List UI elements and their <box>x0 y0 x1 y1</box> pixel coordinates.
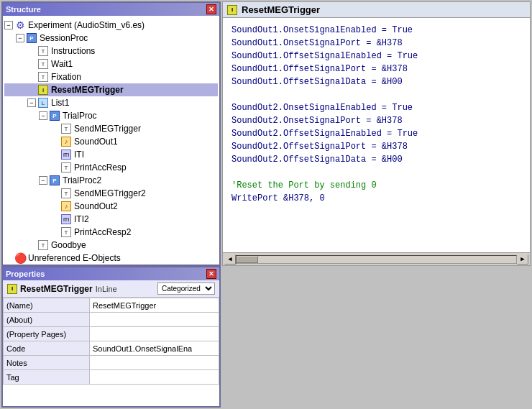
tree-item-sendmegtrigger[interactable]: TSendMEGTrigger <box>4 122 218 135</box>
property-value[interactable] <box>90 327 219 341</box>
property-row[interactable]: CodeSoundOut1.OnsetSignalEna <box>4 341 219 356</box>
code-line: 'Reset the Port by sending 0 <box>231 179 521 192</box>
tree-icon-text-obj: T <box>60 226 72 238</box>
code-line: WritePort &H378, 0 <box>231 192 521 205</box>
tree-icon-procedure: P <box>26 32 37 44</box>
tree-label-sessionproc: SessionProc <box>40 33 88 43</box>
property-key: (Name) <box>4 298 90 313</box>
tree-label-experiment: Experiment (AudioStim_v6.es) <box>28 20 145 30</box>
property-value[interactable] <box>90 313 219 327</box>
tree-label-list1: List1 <box>51 98 69 108</box>
tree-item-soundout2[interactable]: ♪SoundOut2 <box>4 200 218 213</box>
property-key: Notes <box>4 356 90 370</box>
code-line: SoundOut2.OffsetSignalData = &H00 <box>231 153 521 166</box>
property-value[interactable] <box>90 356 219 370</box>
tree-label-goodbye: Goodbye <box>51 240 86 250</box>
code-line <box>231 166 521 179</box>
property-key: Tag <box>4 370 90 385</box>
tree-item-printaccresp[interactable]: TPrintAccResp <box>4 161 218 174</box>
tree-expand-button[interactable]: − <box>16 34 24 42</box>
scroll-left-button[interactable]: ◀ <box>224 254 236 265</box>
tree-label-unreferenced: Unreferenced E-Objects <box>28 253 121 263</box>
tree-item-fixation[interactable]: TFixation <box>4 70 218 83</box>
code-inline-icon: I <box>227 5 237 15</box>
scroll-thumb[interactable] <box>237 256 258 263</box>
properties-dropdown[interactable]: Categorized Alphabetic <box>157 282 215 295</box>
tree-item-list1[interactable]: −LList1 <box>4 96 218 109</box>
tree-label-soundout1: SoundOut1 <box>74 137 118 147</box>
property-row[interactable]: (Name)ResetMEGTrigger <box>4 298 219 313</box>
tree-item-unreferenced[interactable]: 🔴Unreferenced E-Objects <box>4 252 218 265</box>
tree-label-trialproc: TrialProc <box>63 111 97 121</box>
tree-icon-text-obj: T <box>37 58 49 70</box>
tree-expand-button[interactable]: − <box>39 176 47 185</box>
code-content[interactable]: SoundOut1.OnsetSignalEnabled = True Soun… <box>223 18 530 252</box>
properties-close-button[interactable]: ✕ <box>206 269 216 279</box>
code-line: SoundOut2.OffsetSignalPort = &H378 <box>231 140 521 153</box>
code-line: SoundOut2.OnsetSignalEnabled = True <box>231 101 521 114</box>
property-row[interactable]: (About) <box>4 313 219 327</box>
tree-expand-button[interactable]: − <box>4 21 13 29</box>
tree-label-resetmegtrigger: ResetMEGTrigger <box>51 85 124 95</box>
tree-icon-list: L <box>37 97 49 109</box>
tree-item-goodbye[interactable]: TGoodbye <box>4 239 218 252</box>
tree-icon-text-obj: T <box>60 162 72 173</box>
properties-panel: Properties ✕ I ResetMEGTrigger InLine Ca… <box>1 266 221 408</box>
tree-label-wait1: Wait1 <box>51 59 73 69</box>
tree-item-wait1[interactable]: TWait1 <box>4 58 218 70</box>
property-key: (Property Pages) <box>4 327 90 341</box>
tree-label-printaccresp: PrintAccResp <box>74 162 127 173</box>
tree-expand-button[interactable]: − <box>27 98 36 107</box>
property-key: (About) <box>4 313 90 327</box>
scroll-right-button[interactable]: ▶ <box>517 254 528 265</box>
tree-item-iti[interactable]: ITIITI <box>4 148 218 161</box>
tree-icon-text-obj: T <box>37 239 49 251</box>
code-line: SoundOut1.OffsetSignalEnabled = True <box>231 50 521 63</box>
properties-header: I ResetMEGTrigger InLine Categorized Alp… <box>3 280 219 298</box>
tree-label-iti2: ITI2 <box>74 214 89 224</box>
tree-item-instructions[interactable]: TInstructions <box>4 45 218 58</box>
code-scrollbar[interactable]: ◀ ▶ <box>223 252 530 265</box>
tree-label-sendmegtrigger: SendMEGTrigger <box>74 124 141 134</box>
prop-object-name: ResetMEGTrigger <box>20 284 93 294</box>
tree-item-printaccresp2[interactable]: TPrintAccResp2 <box>4 226 218 239</box>
structure-titlebar: Structure ✕ <box>3 3 219 16</box>
property-value[interactable]: ResetMEGTrigger <box>90 298 219 313</box>
scroll-track[interactable] <box>236 255 517 264</box>
tree-item-soundout1[interactable]: ♪SoundOut1 <box>4 135 218 148</box>
tree-icon-text-obj: T <box>37 71 49 83</box>
tree-label-printaccresp2: PrintAccResp2 <box>74 227 131 237</box>
tree-icon-sound: ♪ <box>60 201 72 212</box>
code-panel: I ResetMEGTrigger SoundOut1.OnsetSignalE… <box>222 1 531 266</box>
tree-icon-procedure: P <box>49 175 60 186</box>
structure-panel: Structure ✕ −⚙Experiment (AudioStim_v6.e… <box>1 1 221 266</box>
structure-tree-content: −⚙Experiment (AudioStim_v6.es)−PSessionP… <box>3 16 219 265</box>
tree-item-trialproc[interactable]: −PTrialProc <box>4 109 218 122</box>
structure-close-button[interactable]: ✕ <box>206 4 216 14</box>
code-titlebar: I ResetMEGTrigger <box>223 2 530 18</box>
tree-icon-text-obj: T <box>60 188 72 199</box>
tree-icon-procedure: P <box>49 110 60 121</box>
tree-item-iti2[interactable]: ITIITI2 <box>4 213 218 226</box>
tree-icon-unreferenced: 🔴 <box>14 252 26 264</box>
tree-icon-iti: ITI <box>60 149 72 160</box>
tree-item-sendmegtrigger2[interactable]: TSendMEGTrigger2 <box>4 187 218 200</box>
tree-item-experiment[interactable]: −⚙Experiment (AudioStim_v6.es) <box>4 19 218 32</box>
property-row[interactable]: (Property Pages) <box>4 327 219 341</box>
code-line: SoundOut2.OnsetSignalPort = &H378 <box>231 114 521 127</box>
property-row[interactable]: Tag <box>4 370 219 385</box>
prop-inline-icon: I <box>7 284 17 294</box>
property-value[interactable] <box>90 370 219 385</box>
tree-label-soundout2: SoundOut2 <box>74 201 118 211</box>
tree-label-iti: ITI <box>74 150 84 160</box>
tree-expand-button[interactable]: − <box>39 111 47 120</box>
tree-item-sessionproc[interactable]: −PSessionProc <box>4 32 218 45</box>
property-row[interactable]: Notes <box>4 356 219 370</box>
tree-item-trialproc2[interactable]: −PTrialProc2 <box>4 174 218 187</box>
property-value[interactable]: SoundOut1.OnsetSignalEna <box>90 341 219 356</box>
structure-title: Structure <box>6 5 41 14</box>
bottom-right-area <box>222 266 532 409</box>
property-key: Code <box>4 341 90 356</box>
tree-item-resetmegtrigger[interactable]: IResetMEGTrigger <box>4 83 218 96</box>
code-line: SoundOut1.OnsetSignalPort = &H378 <box>231 37 521 50</box>
